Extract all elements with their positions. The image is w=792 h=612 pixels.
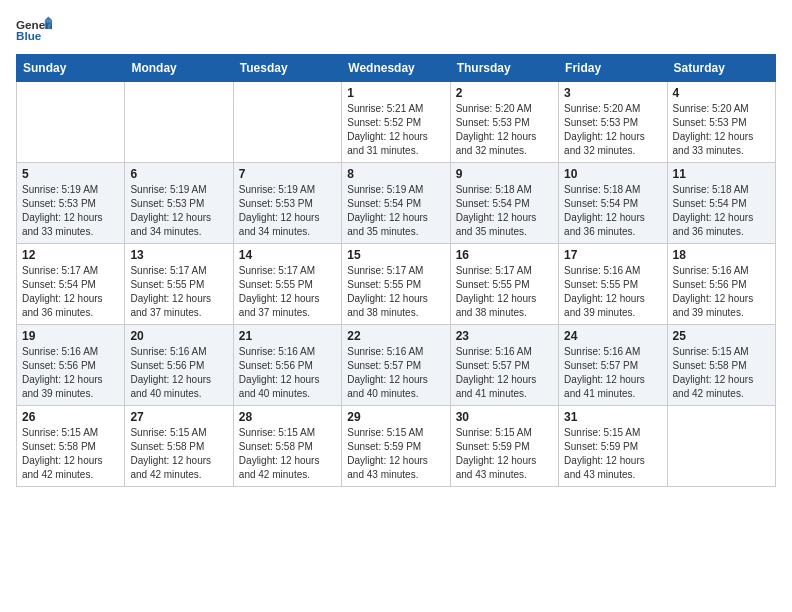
calendar-day-cell: 14Sunrise: 5:17 AMSunset: 5:55 PMDayligh…	[233, 244, 341, 325]
day-info: Sunrise: 5:17 AMSunset: 5:54 PMDaylight:…	[22, 264, 119, 320]
day-info: Sunrise: 5:16 AMSunset: 5:56 PMDaylight:…	[239, 345, 336, 401]
day-info: Sunrise: 5:19 AMSunset: 5:53 PMDaylight:…	[22, 183, 119, 239]
day-info: Sunrise: 5:17 AMSunset: 5:55 PMDaylight:…	[347, 264, 444, 320]
svg-text:Blue: Blue	[16, 29, 42, 42]
logo: General Blue	[16, 16, 52, 44]
calendar-day-cell: 7Sunrise: 5:19 AMSunset: 5:53 PMDaylight…	[233, 163, 341, 244]
logo-icon: General Blue	[16, 16, 52, 44]
calendar-day-cell: 15Sunrise: 5:17 AMSunset: 5:55 PMDayligh…	[342, 244, 450, 325]
day-info: Sunrise: 5:21 AMSunset: 5:52 PMDaylight:…	[347, 102, 444, 158]
day-number: 29	[347, 410, 444, 424]
weekday-header: Thursday	[450, 55, 558, 82]
svg-marker-2	[45, 20, 52, 29]
day-info: Sunrise: 5:16 AMSunset: 5:57 PMDaylight:…	[456, 345, 553, 401]
day-info: Sunrise: 5:15 AMSunset: 5:59 PMDaylight:…	[456, 426, 553, 482]
calendar-day-cell: 6Sunrise: 5:19 AMSunset: 5:53 PMDaylight…	[125, 163, 233, 244]
day-number: 28	[239, 410, 336, 424]
day-number: 27	[130, 410, 227, 424]
calendar-week-row: 1Sunrise: 5:21 AMSunset: 5:52 PMDaylight…	[17, 82, 776, 163]
day-info: Sunrise: 5:16 AMSunset: 5:55 PMDaylight:…	[564, 264, 661, 320]
calendar-day-cell: 8Sunrise: 5:19 AMSunset: 5:54 PMDaylight…	[342, 163, 450, 244]
day-info: Sunrise: 5:20 AMSunset: 5:53 PMDaylight:…	[564, 102, 661, 158]
calendar-day-cell: 12Sunrise: 5:17 AMSunset: 5:54 PMDayligh…	[17, 244, 125, 325]
calendar-day-cell: 16Sunrise: 5:17 AMSunset: 5:55 PMDayligh…	[450, 244, 558, 325]
calendar-day-cell: 13Sunrise: 5:17 AMSunset: 5:55 PMDayligh…	[125, 244, 233, 325]
day-number: 9	[456, 167, 553, 181]
calendar-day-cell	[667, 406, 775, 487]
weekday-header: Monday	[125, 55, 233, 82]
calendar-header-row: SundayMondayTuesdayWednesdayThursdayFrid…	[17, 55, 776, 82]
day-number: 7	[239, 167, 336, 181]
day-number: 16	[456, 248, 553, 262]
calendar-table: SundayMondayTuesdayWednesdayThursdayFrid…	[16, 54, 776, 487]
calendar-day-cell: 18Sunrise: 5:16 AMSunset: 5:56 PMDayligh…	[667, 244, 775, 325]
day-number: 10	[564, 167, 661, 181]
day-number: 5	[22, 167, 119, 181]
day-number: 24	[564, 329, 661, 343]
day-number: 31	[564, 410, 661, 424]
calendar-day-cell: 3Sunrise: 5:20 AMSunset: 5:53 PMDaylight…	[559, 82, 667, 163]
day-number: 25	[673, 329, 770, 343]
calendar-day-cell: 17Sunrise: 5:16 AMSunset: 5:55 PMDayligh…	[559, 244, 667, 325]
day-info: Sunrise: 5:17 AMSunset: 5:55 PMDaylight:…	[130, 264, 227, 320]
calendar-day-cell: 19Sunrise: 5:16 AMSunset: 5:56 PMDayligh…	[17, 325, 125, 406]
day-number: 11	[673, 167, 770, 181]
calendar-day-cell: 31Sunrise: 5:15 AMSunset: 5:59 PMDayligh…	[559, 406, 667, 487]
calendar-day-cell: 28Sunrise: 5:15 AMSunset: 5:58 PMDayligh…	[233, 406, 341, 487]
calendar-day-cell: 11Sunrise: 5:18 AMSunset: 5:54 PMDayligh…	[667, 163, 775, 244]
calendar-day-cell	[17, 82, 125, 163]
day-info: Sunrise: 5:19 AMSunset: 5:53 PMDaylight:…	[130, 183, 227, 239]
day-number: 23	[456, 329, 553, 343]
calendar-week-row: 5Sunrise: 5:19 AMSunset: 5:53 PMDaylight…	[17, 163, 776, 244]
day-number: 13	[130, 248, 227, 262]
calendar-week-row: 12Sunrise: 5:17 AMSunset: 5:54 PMDayligh…	[17, 244, 776, 325]
calendar-day-cell: 9Sunrise: 5:18 AMSunset: 5:54 PMDaylight…	[450, 163, 558, 244]
day-number: 14	[239, 248, 336, 262]
calendar-day-cell: 2Sunrise: 5:20 AMSunset: 5:53 PMDaylight…	[450, 82, 558, 163]
calendar-day-cell: 24Sunrise: 5:16 AMSunset: 5:57 PMDayligh…	[559, 325, 667, 406]
weekday-header: Sunday	[17, 55, 125, 82]
day-number: 15	[347, 248, 444, 262]
calendar-day-cell: 29Sunrise: 5:15 AMSunset: 5:59 PMDayligh…	[342, 406, 450, 487]
calendar-day-cell: 30Sunrise: 5:15 AMSunset: 5:59 PMDayligh…	[450, 406, 558, 487]
day-info: Sunrise: 5:19 AMSunset: 5:53 PMDaylight:…	[239, 183, 336, 239]
day-info: Sunrise: 5:15 AMSunset: 5:58 PMDaylight:…	[239, 426, 336, 482]
day-info: Sunrise: 5:18 AMSunset: 5:54 PMDaylight:…	[673, 183, 770, 239]
weekday-header: Friday	[559, 55, 667, 82]
day-number: 20	[130, 329, 227, 343]
calendar-day-cell: 1Sunrise: 5:21 AMSunset: 5:52 PMDaylight…	[342, 82, 450, 163]
calendar-day-cell	[233, 82, 341, 163]
day-number: 1	[347, 86, 444, 100]
day-info: Sunrise: 5:16 AMSunset: 5:57 PMDaylight:…	[564, 345, 661, 401]
day-number: 8	[347, 167, 444, 181]
day-info: Sunrise: 5:20 AMSunset: 5:53 PMDaylight:…	[456, 102, 553, 158]
day-info: Sunrise: 5:15 AMSunset: 5:58 PMDaylight:…	[22, 426, 119, 482]
day-number: 21	[239, 329, 336, 343]
calendar-day-cell: 4Sunrise: 5:20 AMSunset: 5:53 PMDaylight…	[667, 82, 775, 163]
calendar-day-cell: 23Sunrise: 5:16 AMSunset: 5:57 PMDayligh…	[450, 325, 558, 406]
day-info: Sunrise: 5:15 AMSunset: 5:59 PMDaylight:…	[564, 426, 661, 482]
calendar-day-cell: 25Sunrise: 5:15 AMSunset: 5:58 PMDayligh…	[667, 325, 775, 406]
day-number: 18	[673, 248, 770, 262]
day-number: 26	[22, 410, 119, 424]
day-info: Sunrise: 5:16 AMSunset: 5:56 PMDaylight:…	[22, 345, 119, 401]
day-info: Sunrise: 5:15 AMSunset: 5:58 PMDaylight:…	[673, 345, 770, 401]
day-number: 4	[673, 86, 770, 100]
day-number: 2	[456, 86, 553, 100]
day-number: 3	[564, 86, 661, 100]
calendar-day-cell	[125, 82, 233, 163]
day-number: 6	[130, 167, 227, 181]
day-info: Sunrise: 5:20 AMSunset: 5:53 PMDaylight:…	[673, 102, 770, 158]
calendar-day-cell: 21Sunrise: 5:16 AMSunset: 5:56 PMDayligh…	[233, 325, 341, 406]
day-info: Sunrise: 5:16 AMSunset: 5:57 PMDaylight:…	[347, 345, 444, 401]
day-info: Sunrise: 5:19 AMSunset: 5:54 PMDaylight:…	[347, 183, 444, 239]
day-number: 22	[347, 329, 444, 343]
weekday-header: Tuesday	[233, 55, 341, 82]
day-info: Sunrise: 5:18 AMSunset: 5:54 PMDaylight:…	[564, 183, 661, 239]
day-number: 17	[564, 248, 661, 262]
calendar-week-row: 26Sunrise: 5:15 AMSunset: 5:58 PMDayligh…	[17, 406, 776, 487]
day-info: Sunrise: 5:15 AMSunset: 5:58 PMDaylight:…	[130, 426, 227, 482]
page-header: General Blue	[16, 16, 776, 44]
day-info: Sunrise: 5:15 AMSunset: 5:59 PMDaylight:…	[347, 426, 444, 482]
day-info: Sunrise: 5:16 AMSunset: 5:56 PMDaylight:…	[130, 345, 227, 401]
